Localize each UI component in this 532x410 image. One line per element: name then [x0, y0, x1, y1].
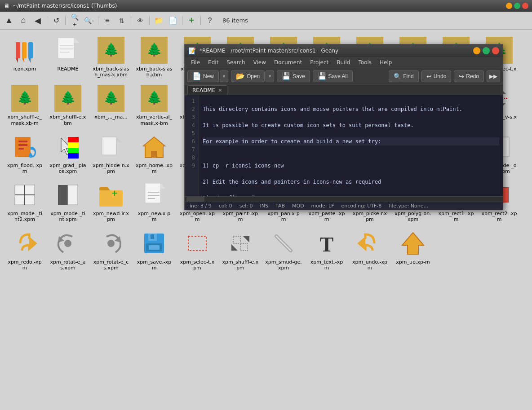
open-dropdown-arrow-icon: ▼ [268, 74, 272, 79]
list-item[interactable]: xpm_up.xp-m [393, 227, 433, 273]
list-item[interactable]: xpm_new.x-pm [134, 179, 174, 224]
file-icon [10, 181, 39, 209]
list-item[interactable]: xpm_save.-xpm [134, 227, 174, 273]
new-dropdown-button[interactable]: ▼ [220, 71, 228, 82]
file-label: xpm_flood.-xpm [6, 163, 43, 174]
fm-sort-button[interactable]: ⇅ [115, 14, 128, 27]
list-item[interactable]: xpm_selec-t.xpm [177, 227, 217, 273]
list-item[interactable]: 🌲 xbm_shuffl-e_mask.xb-m [4, 82, 45, 128]
redo-button[interactable]: ↪ Redo [454, 71, 484, 82]
file-label: xpm_newd-ir.xpm [93, 211, 129, 222]
menu-view[interactable]: View [250, 58, 270, 67]
fm-refresh-button[interactable]: ↺ [50, 14, 62, 27]
geany-minimize-button[interactable] [473, 47, 480, 54]
file-icon [269, 229, 298, 258]
file-label: xpm_new.x-pm [136, 211, 173, 222]
list-item[interactable]: xpm_redo.-xpm [4, 227, 45, 273]
menu-edit[interactable]: Edit [204, 58, 222, 67]
list-item[interactable]: README [48, 34, 88, 79]
menu-build[interactable]: Build [333, 58, 354, 67]
tab-readme-close-icon[interactable]: ✕ [218, 88, 222, 93]
fm-new-folder-button[interactable]: 📁 [152, 14, 165, 27]
fm-back-button[interactable]: ◀ [31, 14, 44, 27]
fm-zoom-in-button[interactable]: 🔍+ [68, 14, 81, 27]
fm-add-button[interactable]: + [185, 14, 198, 27]
save-button[interactable]: 💾 Save [277, 71, 310, 82]
fm-toolbar: ▲ ⌂ ◀ ↺ 🔍+ 🔍- ≡ ⇅ 👁 📁 📄 + ? 86 items [0, 12, 532, 30]
save-all-button[interactable]: 💾 Save All [313, 71, 353, 82]
list-item[interactable]: 🌲 xbm_back-slash_mas-k.xbm [91, 34, 131, 79]
statusbar-line: line: 3 / 9 [188, 203, 212, 209]
code-line: 1) cp -r icons1 icons-new [203, 162, 499, 170]
svg-rect-62 [18, 144, 27, 146]
find-button[interactable]: 🔍 Find [389, 71, 418, 82]
list-item[interactable]: xpm_shuffl-e.xpm [220, 227, 261, 273]
geany-titlebar-icon: 📝 [188, 47, 196, 54]
list-item[interactable]: xpm_hidde-n.xpm [91, 131, 131, 176]
menu-help[interactable]: Help [376, 58, 395, 67]
file-icon [53, 181, 82, 209]
list-item[interactable]: 🌲 xbm_vertic-al_mask.x-bm [134, 82, 174, 128]
undo-button[interactable]: ↩ Undo [421, 71, 452, 82]
list-item[interactable]: xpm_grad_-place.xpm [48, 131, 88, 176]
svg-text:🌲: 🌲 [103, 90, 119, 105]
new-icon: 📄 [192, 72, 201, 80]
fm-minimize-button[interactable] [506, 3, 512, 9]
menu-search[interactable]: Search [223, 58, 248, 67]
statusbar-tab: TAB [275, 203, 285, 209]
fm-home-button[interactable]: ⌂ [17, 14, 30, 27]
list-item[interactable]: xpm_undo.-xpm [350, 227, 390, 273]
toolbar-more-button[interactable]: ▶▶ [487, 71, 500, 82]
file-icon [183, 229, 212, 258]
list-item[interactable]: + xpm_newd-ir.xpm [91, 179, 131, 224]
list-item[interactable]: xpm_mode-_tint2.xpm [4, 179, 45, 224]
fm-preview-button[interactable]: 👁 [134, 14, 146, 27]
statusbar-encoding: encoding: UTF-8 [341, 203, 381, 209]
open-button[interactable]: 📂 Open [231, 71, 265, 82]
list-item[interactable]: 🌲 xbm_back-slash.xbm [134, 34, 174, 79]
list-item[interactable]: 🌲 xbm_shuffl-e.xbm [48, 82, 88, 128]
file-label: xpm_undo.-xpm [351, 259, 388, 271]
list-item[interactable]: xpm_rotat-e_cs.xpm [91, 227, 131, 273]
file-label: xpm_rotat-e_cs.xpm [93, 259, 129, 271]
menu-file[interactable]: File [187, 58, 204, 67]
open-button-group: 📂 Open ▼ [231, 71, 274, 82]
file-icon [97, 132, 125, 161]
menu-document[interactable]: Document [270, 58, 306, 67]
svg-rect-102 [145, 183, 160, 203]
new-button[interactable]: 📄 New [187, 71, 219, 82]
menu-tools[interactable]: Tools [355, 58, 375, 67]
svg-rect-129 [151, 234, 154, 239]
fm-view-list-button[interactable]: ≡ [101, 14, 114, 27]
list-item[interactable]: xpm_home.-xpm [134, 131, 174, 176]
fm-titlebar: 🖥 ~/mtPaint-master/src/icons1 (Thumbs) [0, 0, 532, 12]
list-item[interactable]: icon.xpm [4, 34, 45, 79]
geany-maximize-button[interactable] [483, 47, 490, 54]
file-label: xbm_back-slash.xbm [136, 66, 173, 78]
fm-titlebar-icon: 🖥 [4, 2, 10, 9]
file-label: xpm_paste-.xpm [308, 211, 345, 222]
geany-code-area[interactable]: This directory contains icons and mouse … [199, 95, 503, 196]
fm-new-file-button[interactable]: 📄 [167, 14, 179, 27]
list-item[interactable]: xpm_flood.-xpm [4, 131, 45, 176]
fm-help-button[interactable]: ? [204, 14, 216, 27]
file-icon: 🌲 [140, 84, 168, 113]
list-item[interactable]: xpm_mode-_tint.xpm [48, 179, 88, 224]
list-item[interactable]: xpm_smud-ge.xpm [263, 227, 304, 273]
file-icon [53, 229, 82, 258]
line-number: 7 [188, 145, 195, 154]
fm-maximize-button[interactable] [514, 3, 520, 9]
tab-readme[interactable]: README ✕ [187, 85, 227, 95]
menu-project[interactable]: Project [306, 58, 332, 67]
file-label: xpm_up.xp-m [396, 259, 430, 265]
fm-close-button[interactable] [522, 3, 528, 9]
list-item[interactable]: T xpm_text.-xpm [306, 227, 347, 273]
list-item[interactable]: xpm_rotat-e_as.xpm [48, 227, 88, 273]
geany-scrollbar-h[interactable] [185, 196, 503, 202]
open-dropdown-button[interactable]: ▼ [266, 71, 274, 82]
file-icon [399, 229, 427, 258]
list-item[interactable]: 🌲 xbm_..._ma... [91, 82, 131, 128]
fm-up-button[interactable]: ▲ [3, 14, 15, 27]
geany-close-button[interactable] [492, 47, 499, 54]
fm-zoom-out-button[interactable]: 🔍- [83, 14, 95, 27]
